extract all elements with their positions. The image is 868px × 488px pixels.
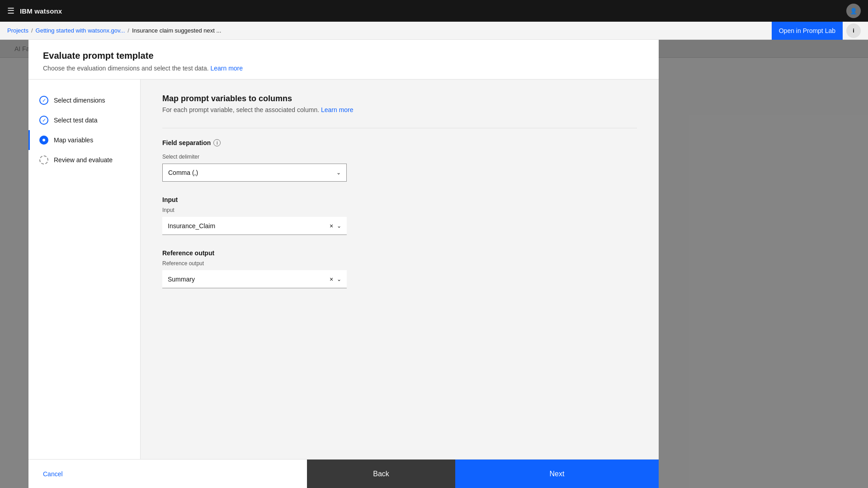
breadcrumb-projects[interactable]: Projects [7,27,28,34]
section-desc-link[interactable]: Learn more [321,106,354,113]
input-section-title: Input [162,196,637,203]
step-4-circle [39,155,48,164]
step-select-dimensions[interactable]: ✓ Select dimensions [28,90,140,110]
step-map-variables[interactable]: Map variables [28,130,140,150]
modal-body: ✓ Select dimensions ✓ Select test data M… [28,80,659,459]
section-desc: For each prompt variable, select the ass… [162,106,637,113]
modal-subtitle: Choose the evaluation dimensions and sel… [43,65,644,72]
steps-panel: ✓ Select dimensions ✓ Select test data M… [28,80,141,459]
input-combobox-right: × ⌄ [328,222,341,230]
main-panel: Map prompt variables to columns For each… [141,80,659,459]
menu-icon[interactable]: ☰ [7,6,14,16]
reference-output-combobox-left: Summary [168,276,328,283]
step-select-test-data[interactable]: ✓ Select test data [28,110,140,130]
modal-footer: Cancel Back Next [28,459,659,488]
brand-logo: IBM watsonx [20,7,62,15]
input-sub-label: Input [162,207,637,213]
input-chevron-icon[interactable]: ⌄ [337,223,341,229]
reference-output-chevron-icon[interactable]: ⌄ [337,276,341,282]
navbar-left: ☰ IBM watsonx [7,6,62,16]
step-2-label: Select test data [54,117,98,124]
open-in-prompt-lab-button[interactable]: Open in Prompt Lab [772,22,843,40]
reference-output-combobox-right: × ⌄ [328,276,341,283]
input-section: Input Input Insurance_Claim × ⌄ [162,196,637,235]
breadcrumb: Projects / Getting started with watsonx.… [7,27,221,34]
brand-text: IBM watsonx [20,7,62,15]
reference-output-section: Reference output Reference output Summar… [162,249,637,288]
step-complete-icon-1: ✓ [39,96,48,105]
reference-output-value: Summary [168,276,195,283]
back-button[interactable]: Back [307,460,455,488]
breadcrumb-info-icon[interactable]: i [846,23,861,38]
step-inactive-icon-4 [39,155,48,164]
modal-subtitle-text: Choose the evaluation dimensions and sel… [43,65,209,72]
field-separation-section: Field separation i Select delimiter Comm… [162,139,637,182]
reference-output-sub-label: Reference output [162,260,637,267]
breadcrumb-bar: Projects / Getting started with watsonx.… [0,22,868,40]
step-3-dot [39,136,48,145]
step-review-and-evaluate[interactable]: Review and evaluate [28,150,140,170]
section-desc-text: For each prompt variable, select the ass… [162,106,319,113]
separator-line [162,128,637,128]
delimiter-select[interactable]: Comma (,) ⌄ [162,164,347,182]
modal-header: Evaluate prompt template Choose the eval… [28,40,659,80]
delimiter-sub-label: Select delimiter [162,154,637,160]
next-button[interactable]: Next [455,460,659,488]
field-separation-text: Field separation [162,139,211,146]
avatar-placeholder: 👤 [850,8,857,14]
step-4-label: Review and evaluate [54,156,113,164]
modal-subtitle-link[interactable]: Learn more [210,65,243,72]
input-value: Insurance_Claim [168,222,215,230]
reference-output-combobox[interactable]: Summary × ⌄ [162,270,347,288]
delimiter-chevron-icon: ⌄ [336,169,341,176]
input-clear-icon[interactable]: × [328,222,335,230]
reference-output-section-title: Reference output [162,249,637,257]
step-2-check: ✓ [39,116,48,125]
breadcrumb-sep1: / [31,27,33,34]
breadcrumb-current: Insurance claim suggested next ... [132,27,221,34]
input-combobox-left: Insurance_Claim [168,222,328,230]
modal: Evaluate prompt template Choose the eval… [28,40,659,488]
modal-title: Evaluate prompt template [43,51,644,61]
step-3-label: Map variables [54,136,93,144]
avatar[interactable]: 👤 [846,4,861,18]
step-1-label: Select dimensions [54,97,105,104]
step-complete-icon-2: ✓ [39,116,48,125]
breadcrumb-sep2: / [127,27,129,34]
cancel-button[interactable]: Cancel [43,470,63,478]
section-title: Map prompt variables to columns [162,94,637,103]
reference-output-clear-icon[interactable]: × [328,276,335,283]
breadcrumb-getting-started[interactable]: Getting started with watsonx.gov... [36,27,125,34]
field-separation-label: Field separation i [162,139,637,146]
step-1-check: ✓ [39,96,48,105]
field-separation-info-icon[interactable]: i [213,139,221,146]
breadcrumb-right: Open in Prompt Lab i [772,22,861,40]
delimiter-value: Comma (,) [168,169,198,176]
footer-actions: Back Next [307,460,659,488]
navbar: ☰ IBM watsonx 👤 [0,0,868,22]
step-active-icon-3 [39,136,48,145]
input-combobox[interactable]: Insurance_Claim × ⌄ [162,217,347,235]
footer-cancel-area: Cancel [28,460,307,488]
